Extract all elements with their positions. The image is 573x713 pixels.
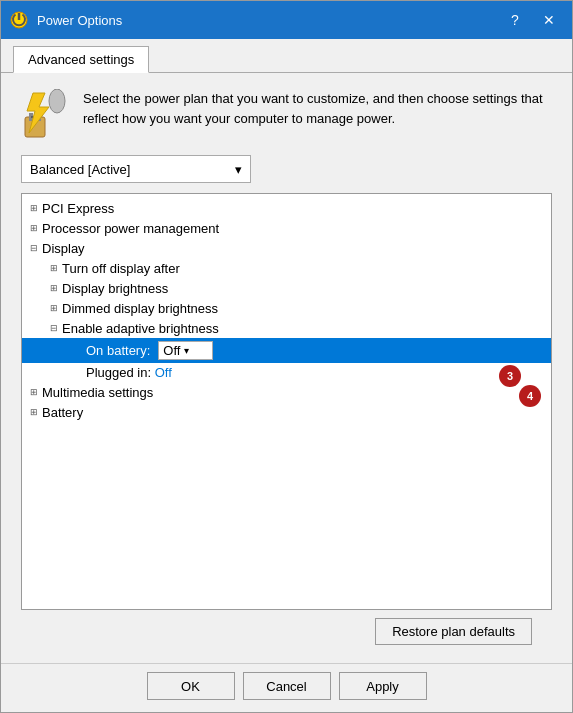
expand-icon-dimmed: ⊞ (46, 300, 62, 316)
expand-icon-processor: ⊞ (26, 220, 42, 236)
divider (1, 663, 572, 664)
item-label-multimedia: Multimedia settings (42, 385, 153, 400)
bottom-area: Restore plan defaults (21, 610, 552, 653)
plan-dropdown-value: Balanced [Active] (30, 162, 130, 177)
dropdown-arrow: ▾ (235, 162, 242, 177)
plugged-in-label: Plugged in: (86, 365, 151, 380)
list-item-adaptive-brightness[interactable]: ⊟ Enable adaptive brightness (22, 318, 551, 338)
annotation-3: 3 (499, 365, 521, 387)
restore-plan-defaults-button[interactable]: Restore plan defaults (375, 618, 532, 645)
plugged-in-value[interactable]: Off (155, 365, 172, 380)
expand-icon-turnoff: ⊞ (46, 260, 62, 276)
list-item-display[interactable]: ⊟ Display 1 (22, 238, 551, 258)
button-row: OK Cancel Apply (1, 672, 572, 712)
description-box: Select the power plan that you want to c… (21, 89, 552, 141)
title-bar: Power Options ? ✕ (1, 1, 572, 39)
window-icon (9, 10, 29, 30)
plan-dropdown[interactable]: Balanced [Active] ▾ (21, 155, 251, 183)
item-label-processor: Processor power management (42, 221, 219, 236)
description-text: Select the power plan that you want to c… (83, 89, 552, 128)
list-item-processor[interactable]: ⊞ Processor power management (22, 218, 551, 238)
apply-button[interactable]: Apply (339, 672, 427, 700)
list-item-dimmed-brightness[interactable]: ⊞ Dimmed display brightness (22, 298, 551, 318)
power-options-window: Power Options ? ✕ Advanced settings (0, 0, 573, 713)
list-item-pci-express[interactable]: ⊞ PCI Express (22, 198, 551, 218)
tab-bar: Advanced settings (1, 39, 572, 73)
ok-button[interactable]: OK (147, 672, 235, 700)
on-battery-dropdown[interactable]: Off ▾ (158, 341, 213, 360)
expand-icon-multimedia: ⊞ (26, 384, 42, 400)
annotation-4: 4 (519, 385, 541, 407)
cancel-button[interactable]: Cancel (243, 672, 331, 700)
list-item-battery[interactable]: ⊞ Battery (22, 402, 551, 422)
item-label-battery: Battery (42, 405, 83, 420)
expand-icon-battery: ⊞ (26, 404, 42, 420)
item-label-pci: PCI Express (42, 201, 114, 216)
dropdown-container: Balanced [Active] ▾ (21, 155, 552, 183)
on-battery-label: On battery: (86, 343, 150, 358)
list-item-turn-off-display[interactable]: ⊞ Turn off display after (22, 258, 551, 278)
item-label-turnoff: Turn off display after (62, 261, 180, 276)
help-button[interactable]: ? (500, 6, 530, 34)
window-title: Power Options (37, 13, 500, 28)
on-battery-row[interactable]: On battery: Off ▾ (22, 338, 551, 363)
expand-icon-display: ⊟ (26, 240, 42, 256)
item-label-brightness: Display brightness (62, 281, 168, 296)
content-area: Select the power plan that you want to c… (1, 73, 572, 663)
title-bar-buttons: ? ✕ (500, 6, 564, 34)
item-label-adaptive: Enable adaptive brightness (62, 321, 219, 336)
plugged-in-row-wrapper: Plugged in: Off 3 4 (22, 363, 551, 382)
power-icon (21, 89, 69, 141)
expand-icon-pci: ⊞ (26, 200, 42, 216)
list-item-display-brightness[interactable]: ⊞ Display brightness (22, 278, 551, 298)
plugged-in-row: Plugged in: Off (22, 363, 551, 382)
on-battery-value: Off (163, 343, 180, 358)
tab-advanced-settings[interactable]: Advanced settings (13, 46, 149, 73)
on-battery-row-wrapper: 2 On battery: Off ▾ (22, 338, 551, 363)
settings-list[interactable]: ⊞ PCI Express ⊞ Processor power manageme… (22, 194, 551, 609)
svg-point-4 (49, 89, 65, 113)
on-battery-dropdown-arrow: ▾ (184, 345, 189, 356)
settings-list-container: ⊞ PCI Express ⊞ Processor power manageme… (21, 193, 552, 610)
expand-icon-brightness: ⊞ (46, 280, 62, 296)
expand-icon-adaptive: ⊟ (46, 320, 62, 336)
list-item-multimedia[interactable]: ⊞ Multimedia settings (22, 382, 551, 402)
close-button[interactable]: ✕ (534, 6, 564, 34)
item-label-dimmed: Dimmed display brightness (62, 301, 218, 316)
item-label-display: Display (42, 241, 85, 256)
